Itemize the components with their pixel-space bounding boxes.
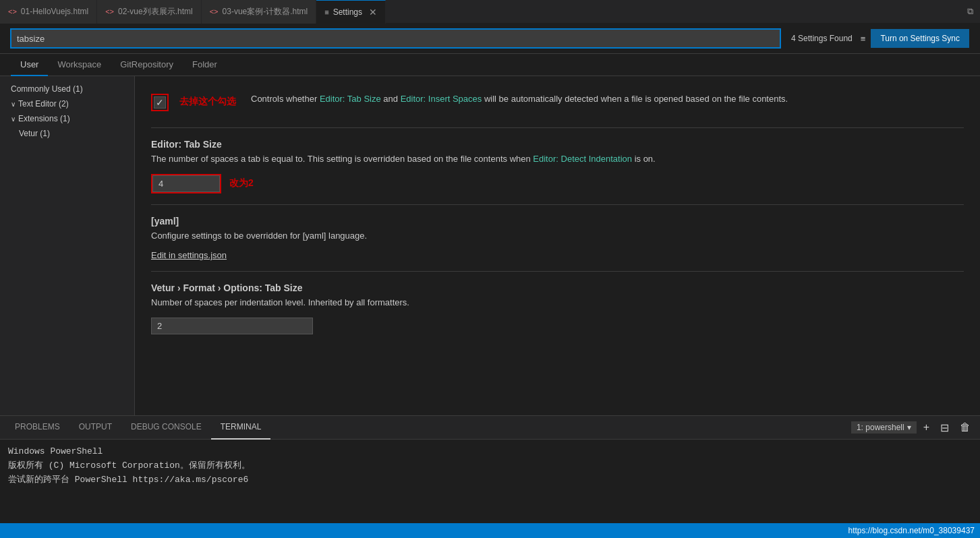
terminal-actions: 1: powershell ▾ + ⊟ 🗑 (851, 420, 975, 436)
tab-debug-console[interactable]: DEBUG CONSOLE (121, 416, 211, 440)
file-icon: <> (8, 7, 17, 16)
tab-layout-action[interactable]: ⧉ (960, 6, 980, 17)
terminal-tabs: PROBLEMS OUTPUT DEBUG CONSOLE TERMINAL 1… (0, 416, 980, 440)
sidebar-item-label: Commonly Used (1) (11, 84, 83, 94)
yaml-section: [yaml] Configure settings to be overridd… (151, 216, 964, 261)
terminal-content: Windows PowerShell 版权所有 (C) Microsoft Co… (0, 440, 980, 523)
tab-size-input-wrapper: 改为2 (151, 174, 964, 193)
divider2 (151, 204, 964, 205)
checkbox-border: ✓ (151, 94, 169, 111)
detect-indentation-link[interactable]: Editor: Detect Indentation (533, 154, 632, 164)
sidebar-item-label: Text Editor (2) (18, 99, 69, 109)
add-terminal-button[interactable]: + (919, 420, 933, 435)
trash-icon: 🗑 (960, 421, 971, 433)
editor-tab-size-section: Editor: Tab Size The number of spaces a … (151, 139, 964, 193)
tab-user[interactable]: User (11, 54, 48, 76)
search-input-wrapper (11, 29, 780, 48)
tab-label: 03-vue案例-计数器.html (223, 6, 308, 18)
tab-02-vue[interactable]: <> 02-vue列表展示.html (97, 0, 202, 24)
yaml-title: [yaml] (151, 216, 964, 227)
sidebar-item-vetur[interactable]: Vetur (1) (0, 126, 134, 141)
terminal-area: PROBLEMS OUTPUT DEBUG CONSOLE TERMINAL 1… (0, 415, 980, 523)
editor-tab-size-description: The number of spaces a tab is equal to. … (151, 152, 964, 166)
settings-nav: User Workspace GitRepository Folder (0, 54, 980, 76)
tab-workspace[interactable]: Workspace (48, 54, 111, 76)
status-bar-url: https://blog.csdn.net/m0_38039437 (848, 526, 975, 535)
sidebar-item-label: Vetur (1) (19, 129, 50, 138)
tab-terminal[interactable]: TERMINAL (211, 416, 271, 440)
file-icon: <> (105, 7, 114, 16)
terminal-line-4: 尝试新的跨平台 PowerShell https://aka.ms/pscore… (8, 473, 972, 487)
change-to-2-annotation: 改为2 (229, 177, 254, 189)
status-bar: https://blog.csdn.net/m0_38039437 (0, 523, 980, 538)
settings-body: Commonly Used (1) ∨ Text Editor (2) ∨ Ex… (0, 76, 980, 415)
tab-size-bold: Tab Size (184, 139, 222, 150)
tab-gitrepository[interactable]: GitRepository (111, 54, 183, 76)
sidebar-item-extensions[interactable]: ∨ Extensions (1) (0, 111, 134, 126)
divider (151, 127, 964, 128)
tab-label: 02-vue列表展示.html (118, 6, 193, 18)
vetur-title: Vetur › Format › Options: Tab Size (151, 282, 964, 293)
detect-indentation-setting: ✓ 去掉这个勾选 Controls whether Editor: Tab Si… (151, 87, 964, 117)
settings-panel: 4 Settings Found ≡ Turn on Settings Sync… (0, 24, 980, 415)
detect-indentation-checkbox[interactable]: ✓ (154, 96, 166, 109)
checkbox-area: ✓ 去掉这个勾选 Controls whether Editor: Tab Si… (151, 92, 964, 111)
sync-button[interactable]: Turn on Settings Sync (871, 29, 969, 48)
split-terminal-button[interactable]: ⊟ (936, 420, 953, 436)
settings-sidebar: Commonly Used (1) ∨ Text Editor (2) ∨ Ex… (0, 76, 135, 415)
sidebar-item-text-editor[interactable]: ∨ Text Editor (2) (0, 96, 134, 111)
tab-settings[interactable]: ≡ Settings ✕ (316, 0, 386, 24)
close-icon[interactable]: ✕ (369, 7, 377, 18)
sidebar-item-commonly-used[interactable]: Commonly Used (1) (0, 82, 134, 96)
tab-size-input-border (151, 174, 221, 193)
vetur-description: Number of spaces per indentation level. … (151, 296, 964, 309)
editor-tab-size-title: Editor: Tab Size (151, 139, 964, 150)
shell-selector[interactable]: 1: powershell ▾ (851, 421, 917, 434)
file-icon: <> (210, 7, 219, 16)
layout-icon: ⧉ (967, 6, 973, 17)
terminal-line-1: Windows PowerShell (8, 445, 972, 459)
tab-problems[interactable]: PROBLEMS (5, 416, 69, 440)
search-bar: 4 Settings Found ≡ Turn on Settings Sync (0, 24, 980, 54)
chevron-down-icon: ▾ (907, 423, 911, 432)
tab-bar: <> 01-HelloVuejs.html <> 02-vue列表展示.html… (0, 0, 980, 24)
tab-label: 01-HelloVuejs.html (21, 7, 88, 16)
edit-settings-json-link[interactable]: Edit in settings.json (151, 250, 227, 260)
annotation-uncheck: 去掉这个勾选 (179, 96, 236, 108)
tab-01-hello[interactable]: <> 01-HelloVuejs.html (0, 0, 97, 24)
chevron-icon: ∨ (11, 115, 16, 123)
vetur-tab-size-bold: Tab Size (265, 282, 303, 293)
sidebar-item-label: Extensions (1) (18, 114, 70, 123)
tab-output[interactable]: OUTPUT (69, 416, 121, 440)
vetur-tab-size-input[interactable] (151, 318, 313, 334)
tab-label: Settings (333, 7, 362, 17)
tab-size-input[interactable] (152, 175, 220, 192)
search-results-count: 4 Settings Found (791, 34, 853, 43)
divider3 (151, 271, 964, 272)
settings-content: ✓ 去掉这个勾选 Controls whether Editor: Tab Si… (135, 76, 980, 415)
tab-size-link[interactable]: Editor: Tab Size (320, 94, 381, 104)
yaml-description: Configure settings to be overridden for … (151, 229, 964, 243)
filter-icon[interactable]: ≡ (861, 34, 866, 44)
search-input[interactable] (17, 34, 774, 44)
vetur-section: Vetur › Format › Options: Tab Size Numbe… (151, 282, 964, 334)
insert-spaces-link[interactable]: Editor: Insert Spaces (401, 94, 482, 104)
tab-03-vue[interactable]: <> 03-vue案例-计数器.html (202, 0, 317, 24)
terminal-line-2: 版权所有 (C) Microsoft Corporation。保留所有权利。 (8, 459, 972, 473)
kill-terminal-button[interactable]: 🗑 (956, 420, 975, 435)
settings-icon: ≡ (324, 8, 328, 16)
chevron-icon: ∨ (11, 100, 16, 108)
detect-indentation-description: Controls whether Editor: Tab Size and Ed… (251, 92, 964, 106)
tab-folder[interactable]: Folder (183, 54, 227, 76)
